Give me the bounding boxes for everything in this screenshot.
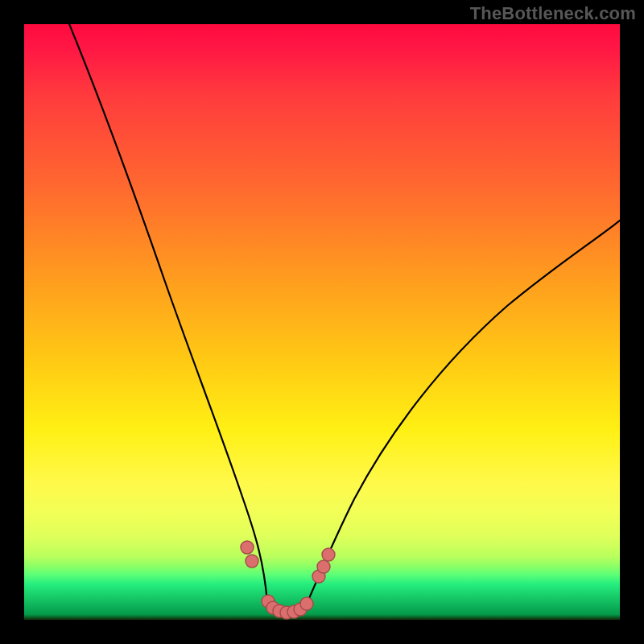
chart-container: TheBottleneck.com (0, 0, 644, 644)
marker-dot (317, 560, 330, 573)
right-curve (306, 217, 620, 605)
marker-dot (246, 555, 258, 568)
marker-group (241, 541, 335, 619)
marker-dot (241, 541, 254, 554)
left-curve (66, 24, 267, 602)
curves-svg (24, 24, 620, 620)
marker-dot (300, 597, 313, 610)
plot-area (24, 24, 620, 620)
watermark-text: TheBottleneck.com (470, 3, 636, 24)
marker-dot (322, 548, 335, 561)
